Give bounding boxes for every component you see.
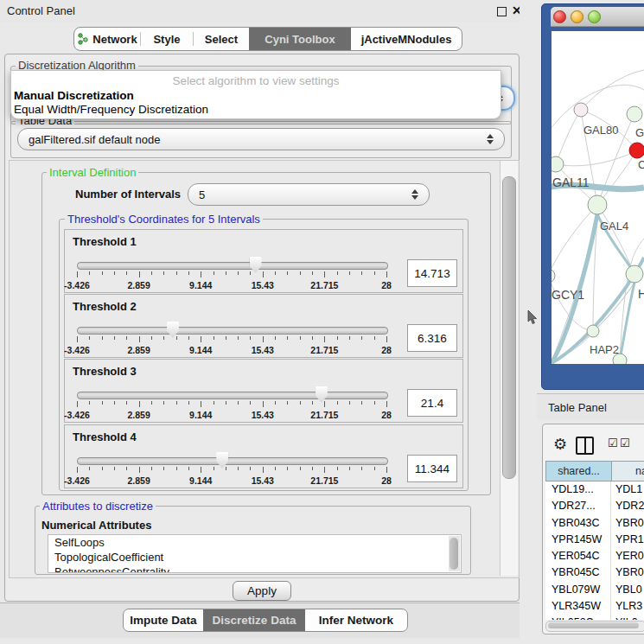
- horizontal-scrollbar-thumb[interactable]: [548, 622, 639, 628]
- tick-label: 15.43: [252, 345, 274, 355]
- float-window-icon[interactable]: [497, 7, 507, 16]
- dropdown-option-equal-width-frequency[interactable]: Equal Width/Frequency Discretization: [14, 103, 208, 116]
- close-traffic-light-icon[interactable]: [553, 10, 566, 23]
- cell[interactable]: YBR0: [611, 515, 644, 532]
- column-header-name[interactable]: na: [611, 461, 644, 481]
- tab-network[interactable]: Network: [74, 28, 140, 50]
- dropdown-option-manual-discretization[interactable]: Manual Discretization: [14, 89, 134, 102]
- node-table[interactable]: YDL19...YDL1 YDR27...YDR2 YBR043CYBR0 YP…: [545, 481, 644, 620]
- zoom-traffic-light-icon[interactable]: [588, 10, 601, 23]
- numerical-attributes-list[interactable]: SelfLoops TopologicalCoefficient Between…: [48, 534, 462, 573]
- cell[interactable]: YDL1: [611, 481, 644, 498]
- tab-impute-data[interactable]: Impute Data: [124, 609, 203, 631]
- combo-arrows-icon: [411, 189, 418, 200]
- horizontal-scrollbar[interactable]: [545, 621, 644, 632]
- threshold-4-slider-track[interactable]: [77, 457, 388, 465]
- algorithm-dropdown-popup: Select algorithm to view settings Manual…: [10, 70, 501, 119]
- cell[interactable]: YIL052C: [545, 615, 611, 620]
- table-row[interactable]: YPR145WYPR1: [545, 532, 644, 548]
- tick-label: 15.43: [252, 475, 274, 486]
- tab-discretize-data[interactable]: Discretize Data: [203, 609, 305, 631]
- tick-label: -3.426: [64, 475, 90, 486]
- attributes-group-title: Attributes to discretize: [40, 500, 156, 513]
- minimize-traffic-light-icon[interactable]: [571, 10, 583, 23]
- tick-label: 15.43: [252, 280, 274, 290]
- list-item[interactable]: SelfLoops: [48, 535, 461, 550]
- tick-label: 21.715: [310, 280, 338, 290]
- cell[interactable]: YDR27...: [545, 498, 611, 514]
- tab-select[interactable]: Select: [194, 28, 249, 50]
- threshold-2-value-field[interactable]: 6.316: [407, 324, 457, 352]
- threshold-1-slider-track[interactable]: [77, 262, 388, 270]
- checkbox-icon[interactable]: ☑: [620, 437, 630, 450]
- cell[interactable]: YER054C: [545, 548, 611, 564]
- cell[interactable]: YBR045C: [545, 564, 611, 581]
- list-scrollbar[interactable]: [449, 536, 460, 571]
- network-canvas[interactable]: GAL80 GA C GAL11 GAL4 GCY1 H HAP2: [552, 31, 644, 364]
- columns-icon[interactable]: [576, 437, 594, 455]
- cell[interactable]: YPR1: [611, 532, 644, 548]
- apply-button[interactable]: Apply: [233, 581, 291, 601]
- cell[interactable]: YBL079W: [545, 582, 611, 598]
- cell[interactable]: YDL19...: [545, 481, 611, 498]
- table-row[interactable]: YBL079WYBL0: [545, 582, 644, 598]
- node-gal80[interactable]: [574, 103, 588, 117]
- number-of-intervals-combobox[interactable]: 5: [188, 183, 430, 206]
- threshold-3-value-field[interactable]: 21.4: [407, 389, 457, 417]
- tick-label: 28: [381, 475, 392, 486]
- node-top-right[interactable]: [627, 106, 642, 122]
- threshold-4-value-field[interactable]: 11.344: [407, 455, 457, 482]
- column-header-shared-name[interactable]: shared...: [545, 461, 612, 481]
- cell[interactable]: YIL0: [611, 615, 644, 620]
- gear-icon[interactable]: ⚙: [553, 435, 567, 454]
- tick-label: 21.715: [310, 345, 338, 355]
- table-row[interactable]: YBR043CYBR0: [545, 515, 644, 532]
- node-hap2[interactable]: [587, 325, 599, 337]
- slider-ticks: [77, 467, 386, 475]
- table-row[interactable]: YDR27...YDR2: [545, 498, 644, 514]
- cell[interactable]: YPR145W: [545, 532, 611, 548]
- list-item[interactable]: BetweennessCentrality: [48, 564, 461, 573]
- node-right[interactable]: [626, 265, 643, 283]
- cell[interactable]: YDR2: [611, 498, 644, 514]
- tab-impute-data-label: Impute Data: [130, 614, 196, 627]
- cell[interactable]: YBR0: [611, 564, 644, 581]
- cell[interactable]: YER0: [611, 548, 644, 564]
- threshold-1-value-field[interactable]: 14.713: [407, 259, 457, 287]
- tick-label: 28: [381, 410, 392, 420]
- node-gal11[interactable]: [552, 156, 564, 172]
- node-label: GCY1: [552, 288, 584, 302]
- table-row[interactable]: YER054CYER0: [545, 548, 644, 564]
- node-gcy1[interactable]: [552, 269, 555, 283]
- node-label: GAL4: [600, 220, 628, 233]
- tab-infer-network[interactable]: Infer Network: [305, 609, 407, 631]
- cell[interactable]: YBR043C: [545, 515, 611, 532]
- control-panel-tabbar: Network Style Select Cyni Toolbox jActiv…: [73, 27, 462, 51]
- checkbox-icon[interactable]: ☑: [608, 437, 618, 450]
- node-red-selected[interactable]: [629, 143, 644, 158]
- table-row[interactable]: YBR045CYBR0: [545, 564, 644, 581]
- tab-infer-network-label: Infer Network: [319, 614, 393, 627]
- table-row[interactable]: YDL19...YDL1: [545, 481, 644, 498]
- vertical-scrollbar-thumb[interactable]: [502, 176, 516, 479]
- slider-tick-labels: -3.426 2.859 9.144 15.43 21.715 28: [77, 475, 386, 486]
- threshold-3-slider-track[interactable]: [77, 392, 388, 399]
- cell[interactable]: YLR3: [611, 598, 644, 615]
- table-panel-titlebar: Table Panel: [537, 393, 644, 420]
- tick-label: 9.144: [189, 410, 212, 420]
- cell[interactable]: YBL0: [611, 582, 644, 598]
- tab-jactivemnodules[interactable]: jActiveMNodules: [351, 28, 462, 50]
- combo-arrows-icon: [487, 134, 494, 144]
- table-data-combobox[interactable]: galFiltered.sif default node: [17, 128, 505, 150]
- list-item[interactable]: TopologicalCoefficient: [48, 550, 461, 564]
- cell[interactable]: YLR345W: [545, 598, 611, 615]
- threshold-2-slider-track[interactable]: [77, 327, 388, 335]
- tab-style[interactable]: Style: [141, 28, 193, 50]
- table-row[interactable]: YLR345WYLR3: [545, 598, 644, 615]
- bottom-tabbar: Impute Data Discretize Data Infer Networ…: [123, 609, 408, 632]
- node-gal4[interactable]: [588, 195, 607, 214]
- table-row[interactable]: YIL052CYIL0: [545, 615, 644, 620]
- tab-cyni-toolbox-label: Cyni Toolbox: [265, 33, 335, 46]
- tab-cyni-toolbox[interactable]: Cyni Toolbox: [249, 28, 351, 50]
- tick-label: 9.144: [189, 475, 212, 486]
